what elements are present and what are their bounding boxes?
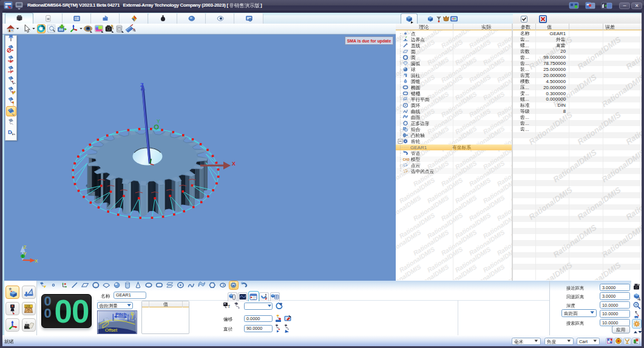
svg-text:...: ... [525, 127, 529, 132]
svg-text:4.500000: 4.500000 [546, 79, 566, 84]
svg-text:...: ... [525, 115, 529, 120]
svg-text:...: ... [525, 91, 529, 96]
svg-text:...: ... [525, 43, 529, 49]
svg-text:...: ... [525, 37, 529, 42]
svg-text:20: 20 [560, 49, 566, 54]
svg-text:DIN: DIN [558, 102, 566, 108]
svg-text:T: T [228, 304, 231, 309]
svg-text:8: 8 [563, 109, 566, 114]
svg-text:CAD: CAD [403, 158, 410, 161]
svg-text:GEAR1: GEAR1 [550, 31, 566, 36]
svg-text:20.000000: 20.000000 [543, 85, 566, 90]
svg-text:25.000000: 25.000000 [543, 67, 566, 72]
svg-text:GEAR1: GEAR1 [410, 145, 427, 150]
svg-text:...: ... [525, 55, 529, 60]
svg-text:0.000000: 0.000000 [546, 96, 566, 102]
svg-text:...: ... [525, 121, 529, 126]
svg-text:0.300000: 0.300000 [546, 91, 566, 96]
svg-text:1X8: 1X8 [25, 305, 31, 308]
svg-text:99.000000: 99.000000 [543, 55, 566, 60]
svg-text:20.000000: 20.000000 [543, 73, 566, 78]
svg-text:...: ... [525, 61, 529, 66]
svg-text:...: ... [525, 67, 529, 72]
svg-text:...: ... [525, 96, 529, 102]
svg-text:78.750000: 78.750000 [543, 61, 566, 66]
svg-text:...: ... [525, 85, 529, 90]
